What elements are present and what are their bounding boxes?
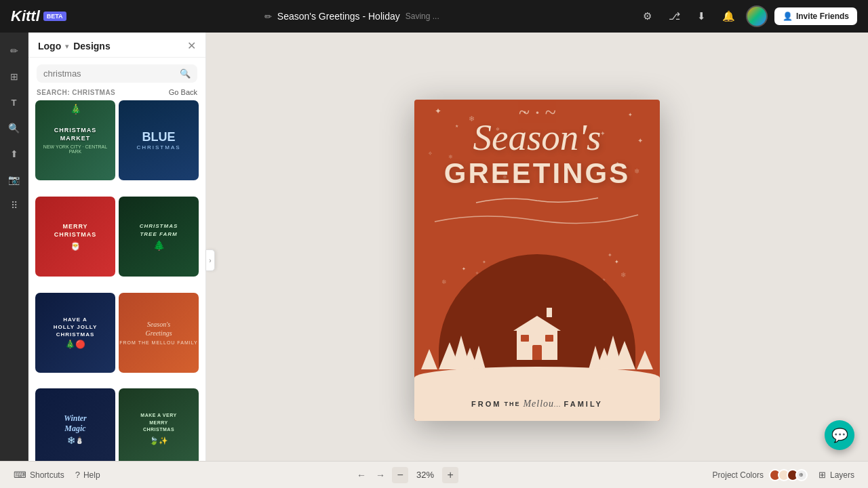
panel-title-group: Logo ▾ Designs bbox=[38, 41, 111, 52]
zoom-level: 32% bbox=[412, 470, 438, 480]
top-bar: Kittl BETA ✏ Season's Greetings - Holida… bbox=[0, 0, 868, 33]
zoom-controls: ← → − 32% + bbox=[354, 467, 458, 483]
layers-button[interactable]: ⊞ Layers bbox=[818, 470, 854, 480]
nav-next-button[interactable]: → bbox=[373, 468, 388, 483]
design-thumb-3[interactable]: MERRYCHRISTMAS 🎅 bbox=[35, 197, 115, 277]
tool-search[interactable]: 🔍 bbox=[3, 117, 26, 140]
tool-edit[interactable]: ✏ bbox=[3, 39, 26, 62]
invite-friends-button[interactable]: 👤 Invite Friends bbox=[774, 7, 857, 25]
designs-panel: Logo ▾ Designs ✕ 🔍 SEARCH: CHRISTMAS Go … bbox=[28, 33, 206, 488]
design-thumb-4[interactable]: ChristmasTree Farm 🌲 bbox=[119, 197, 199, 277]
chevron-down-icon: ▾ bbox=[65, 42, 69, 51]
search-box: 🔍 bbox=[37, 64, 197, 83]
design-thumb-6[interactable]: Season'sGreetings FROM THE MELLOU FAMILY bbox=[119, 293, 199, 373]
search-results-header: SEARCH: CHRISTMAS Go Back bbox=[28, 87, 205, 100]
main-content: ✏ ⊞ T 🔍 ⬆ 📷 ⠿ Logo ▾ Designs ✕ 🔍 SEARCH:… bbox=[0, 33, 868, 488]
card-line2: GREETINGS bbox=[444, 157, 630, 190]
avatar[interactable] bbox=[746, 5, 768, 27]
bottom-bar: ⌨ Shortcuts ? Help ← → − 32% + Project C… bbox=[0, 461, 868, 488]
panel-designs-label: Designs bbox=[73, 41, 110, 52]
tool-text[interactable]: T bbox=[3, 91, 26, 114]
download-button[interactable]: ⬇ bbox=[692, 6, 712, 26]
design-thumb-7[interactable]: WinterMagic ❄️⛄ bbox=[35, 388, 115, 468]
color-swatch-icon[interactable]: ⊕ bbox=[795, 469, 808, 481]
settings-button[interactable]: ⚙ bbox=[637, 6, 658, 26]
swoosh-decoration bbox=[469, 192, 605, 206]
search-icon: 🔍 bbox=[180, 68, 191, 79]
logo[interactable]: Kittl BETA bbox=[11, 7, 66, 25]
design-thumb-5[interactable]: HAVE AHOLLY JOLLYChristmas 🎄🔴 bbox=[35, 293, 115, 373]
tool-grid[interactable]: ⠿ bbox=[3, 194, 26, 217]
tool-layers[interactable]: ⊞ bbox=[3, 65, 26, 88]
card-scene bbox=[414, 239, 660, 388]
person-icon: 👤 bbox=[783, 12, 793, 21]
zoom-in-button[interactable]: + bbox=[442, 467, 458, 483]
top-bar-right: ⚙ ⎇ ⬇ 🔔 👤 Invite Friends bbox=[637, 5, 857, 27]
design-canvas[interactable]: ✦ ✦ ★ ✦ ✧ ★ ✦ ✦ ❄ ❄ ❄ ❄ ❄ ❄ ❄ ❄ ✦ ✦ ~ bbox=[414, 100, 660, 421]
header-center: ✏ Season's Greetings - Holiday Saving ..… bbox=[264, 11, 439, 22]
card-line1: Season's bbox=[473, 119, 601, 156]
design-thumb-8[interactable]: MAKE A VERYMERRYCHRISTMAS 🍃✨ bbox=[119, 388, 199, 468]
help-icon: ? bbox=[75, 470, 80, 480]
share-button[interactable]: ⎇ bbox=[665, 6, 685, 26]
designs-grid: CHRISTMASMARKET NEW YORK CITY · CENTRAL … bbox=[28, 100, 205, 488]
card-footer: FROM THE Mellou... FAMILY bbox=[414, 387, 660, 421]
chat-fab[interactable]: 💬 bbox=[825, 420, 854, 450]
pencil-icon: ✏ bbox=[264, 12, 272, 22]
logo-text: Kittl bbox=[11, 7, 40, 25]
top-bar-left: Kittl BETA bbox=[11, 7, 66, 25]
help-button[interactable]: ? Help bbox=[75, 470, 100, 480]
design-thumb-1[interactable]: CHRISTMASMARKET NEW YORK CITY · CENTRAL … bbox=[35, 100, 115, 180]
tool-upload[interactable]: ⬆ bbox=[3, 142, 26, 165]
card-house bbox=[517, 329, 557, 360]
layers-icon: ⊞ bbox=[818, 470, 826, 480]
notifications-button[interactable]: 🔔 bbox=[719, 6, 739, 26]
color-swatches: ⊕ bbox=[769, 469, 808, 481]
zoom-out-button[interactable]: − bbox=[392, 467, 408, 483]
footer-text: FROM THE Mellou... FAMILY bbox=[471, 399, 603, 409]
tools-sidebar: ✏ ⊞ T 🔍 ⬆ 📷 ⠿ bbox=[0, 33, 28, 488]
panel-close-icon[interactable]: ✕ bbox=[187, 41, 196, 52]
shortcuts-button[interactable]: ⌨ Shortcuts bbox=[14, 470, 64, 480]
keyboard-icon: ⌨ bbox=[14, 470, 26, 480]
panel-header: Logo ▾ Designs ✕ bbox=[28, 33, 205, 58]
go-back-button[interactable]: Go Back bbox=[169, 88, 197, 96]
search-label: SEARCH: CHRISTMAS bbox=[37, 89, 115, 96]
canvas-area: ✦ ✦ ★ ✦ ✧ ★ ✦ ✦ ❄ ❄ ❄ ❄ ❄ ❄ ❄ ❄ ✦ ✦ ~ bbox=[206, 33, 868, 488]
beta-badge: BETA bbox=[43, 12, 66, 21]
design-thumb-2[interactable]: BLUE CHRISTMAS bbox=[119, 100, 199, 180]
saving-indicator: Saving ... bbox=[406, 12, 439, 21]
bottom-left: ⌨ Shortcuts ? Help bbox=[14, 470, 100, 480]
panel-collapse-arrow[interactable]: › bbox=[205, 249, 215, 271]
nav-prev-button[interactable]: ← bbox=[354, 468, 369, 483]
panel-logo-label[interactable]: Logo bbox=[38, 41, 61, 52]
search-input[interactable] bbox=[43, 68, 176, 79]
file-title[interactable]: Season's Greetings - Holiday bbox=[277, 11, 400, 22]
tool-camera[interactable]: 📷 bbox=[3, 168, 26, 191]
project-colors: Project Colors ⊕ bbox=[713, 469, 808, 481]
bottom-right: Project Colors ⊕ ⊞ Layers bbox=[713, 469, 854, 481]
